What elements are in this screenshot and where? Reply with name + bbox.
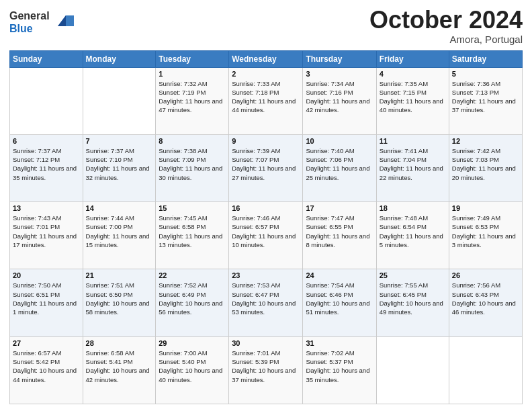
- day-info: Sunrise: 7:56 AMSunset: 6:43 PMDaylight:…: [452, 281, 519, 316]
- day-info: Sunrise: 7:02 AMSunset: 5:37 PMDaylight:…: [306, 349, 373, 384]
- day-number: 14: [86, 204, 153, 212]
- day-info: Sunrise: 7:32 AMSunset: 7:19 PMDaylight:…: [159, 79, 226, 115]
- day-number: 27: [13, 339, 80, 347]
- day-number: 28: [86, 339, 153, 347]
- day-info: Sunrise: 7:48 AMSunset: 6:54 PMDaylight:…: [380, 214, 446, 249]
- day-number: 12: [452, 137, 519, 145]
- day-number: 25: [380, 271, 446, 279]
- col-friday: Friday: [376, 50, 449, 67]
- day-info: Sunrise: 6:58 AMSunset: 5:41 PMDaylight:…: [86, 349, 153, 384]
- day-number: 6: [13, 137, 80, 145]
- day-info: Sunrise: 7:42 AMSunset: 7:03 PMDaylight:…: [452, 146, 519, 182]
- page: General Blue October 2024 Amora, Portuga…: [0, 0, 532, 411]
- day-number: 7: [86, 137, 153, 145]
- day-number: 18: [380, 204, 446, 212]
- calendar-cell: 30Sunrise: 7:01 AMSunset: 5:39 PMDayligh…: [229, 336, 303, 404]
- col-tuesday: Tuesday: [156, 50, 229, 67]
- calendar-cell: 8Sunrise: 7:38 AMSunset: 7:09 PMDaylight…: [156, 134, 229, 201]
- day-info: Sunrise: 7:01 AMSunset: 5:39 PMDaylight:…: [232, 349, 300, 384]
- day-info: Sunrise: 7:51 AMSunset: 6:50 PMDaylight:…: [86, 281, 153, 316]
- day-info: Sunrise: 7:43 AMSunset: 7:01 PMDaylight:…: [13, 214, 80, 249]
- calendar-cell: 18Sunrise: 7:48 AMSunset: 6:54 PMDayligh…: [376, 202, 449, 269]
- calendar-cell: 27Sunrise: 6:57 AMSunset: 5:42 PMDayligh…: [10, 336, 83, 404]
- col-thursday: Thursday: [303, 50, 376, 67]
- calendar-cell: 17Sunrise: 7:47 AMSunset: 6:55 PMDayligh…: [303, 202, 376, 269]
- calendar-table: Sunday Monday Tuesday Wednesday Thursday…: [9, 50, 523, 404]
- calendar-cell: 28Sunrise: 6:58 AMSunset: 5:41 PMDayligh…: [83, 336, 156, 404]
- day-number: 23: [232, 271, 300, 279]
- day-info: Sunrise: 7:39 AMSunset: 7:07 PMDaylight:…: [232, 146, 300, 182]
- day-number: 15: [159, 204, 226, 212]
- day-info: Sunrise: 7:49 AMSunset: 6:53 PMDaylight:…: [452, 214, 519, 249]
- calendar-week-3: 20Sunrise: 7:50 AMSunset: 6:51 PMDayligh…: [10, 269, 523, 336]
- weekday-row: Sunday Monday Tuesday Wednesday Thursday…: [10, 50, 523, 67]
- day-info: Sunrise: 7:46 AMSunset: 6:57 PMDaylight:…: [232, 214, 300, 249]
- title-block: October 2024 Amora, Portugal: [369, 7, 523, 45]
- calendar-cell: 7Sunrise: 7:37 AMSunset: 7:10 PMDaylight…: [83, 134, 156, 201]
- col-wednesday: Wednesday: [229, 50, 303, 67]
- location: Amora, Portugal: [369, 34, 523, 45]
- day-number: 9: [232, 137, 300, 145]
- day-number: 10: [306, 137, 373, 145]
- calendar-cell: 4Sunrise: 7:35 AMSunset: 7:15 PMDaylight…: [376, 67, 449, 134]
- day-number: 2: [232, 70, 300, 78]
- day-info: Sunrise: 7:53 AMSunset: 6:47 PMDaylight:…: [232, 281, 300, 316]
- calendar-cell: 19Sunrise: 7:49 AMSunset: 6:53 PMDayligh…: [449, 202, 522, 269]
- day-number: 16: [232, 204, 300, 212]
- calendar-cell: 1Sunrise: 7:32 AMSunset: 7:19 PMDaylight…: [156, 67, 229, 134]
- calendar-cell: 26Sunrise: 7:56 AMSunset: 6:43 PMDayligh…: [449, 269, 522, 336]
- day-number: 20: [13, 271, 80, 279]
- day-number: 1: [159, 70, 226, 78]
- calendar-cell: 23Sunrise: 7:53 AMSunset: 6:47 PMDayligh…: [229, 269, 303, 336]
- day-number: 21: [86, 271, 153, 279]
- calendar-cell: 9Sunrise: 7:39 AMSunset: 7:07 PMDaylight…: [229, 134, 303, 201]
- svg-marker-1: [58, 15, 66, 26]
- calendar-cell: 16Sunrise: 7:46 AMSunset: 6:57 PMDayligh…: [229, 202, 303, 269]
- calendar-cell: 6Sunrise: 7:37 AMSunset: 7:12 PMDaylight…: [10, 134, 83, 201]
- calendar-cell: 2Sunrise: 7:33 AMSunset: 7:18 PMDaylight…: [229, 67, 303, 134]
- calendar-cell: [83, 67, 156, 134]
- day-info: Sunrise: 7:45 AMSunset: 6:58 PMDaylight:…: [159, 214, 226, 249]
- day-info: Sunrise: 7:37 AMSunset: 7:12 PMDaylight:…: [13, 146, 80, 182]
- calendar-cell: [10, 67, 83, 134]
- day-number: 31: [306, 339, 373, 347]
- calendar-week-1: 6Sunrise: 7:37 AMSunset: 7:12 PMDaylight…: [10, 134, 523, 201]
- day-number: 30: [232, 339, 300, 347]
- calendar-week-0: 1Sunrise: 7:32 AMSunset: 7:19 PMDaylight…: [10, 67, 523, 134]
- day-number: 29: [159, 339, 226, 347]
- day-number: 19: [452, 204, 519, 212]
- calendar-cell: 29Sunrise: 7:00 AMSunset: 5:40 PMDayligh…: [156, 336, 229, 404]
- logo-icon: [52, 10, 74, 32]
- day-info: Sunrise: 7:00 AMSunset: 5:40 PMDaylight:…: [159, 349, 226, 384]
- day-number: 8: [159, 137, 226, 145]
- day-info: Sunrise: 7:36 AMSunset: 7:13 PMDaylight:…: [452, 79, 519, 115]
- calendar-cell: 15Sunrise: 7:45 AMSunset: 6:58 PMDayligh…: [156, 202, 229, 269]
- day-number: 4: [380, 70, 446, 78]
- calendar-cell: 14Sunrise: 7:44 AMSunset: 7:00 PMDayligh…: [83, 202, 156, 269]
- day-info: Sunrise: 7:40 AMSunset: 7:06 PMDaylight:…: [306, 146, 373, 182]
- calendar-cell: 20Sunrise: 7:50 AMSunset: 6:51 PMDayligh…: [10, 269, 83, 336]
- day-info: Sunrise: 7:37 AMSunset: 7:10 PMDaylight:…: [86, 146, 153, 182]
- calendar-cell: 10Sunrise: 7:40 AMSunset: 7:06 PMDayligh…: [303, 134, 376, 201]
- calendar-cell: [376, 336, 449, 404]
- calendar-cell: 22Sunrise: 7:52 AMSunset: 6:49 PMDayligh…: [156, 269, 229, 336]
- day-info: Sunrise: 7:54 AMSunset: 6:46 PMDaylight:…: [306, 281, 373, 316]
- day-info: Sunrise: 7:38 AMSunset: 7:09 PMDaylight:…: [159, 146, 226, 182]
- day-number: 24: [306, 271, 373, 279]
- day-number: 26: [452, 271, 519, 279]
- day-info: Sunrise: 7:33 AMSunset: 7:18 PMDaylight:…: [232, 79, 300, 115]
- calendar-week-4: 27Sunrise: 6:57 AMSunset: 5:42 PMDayligh…: [10, 336, 523, 404]
- logo: General Blue: [9, 9, 74, 35]
- calendar-cell: 11Sunrise: 7:41 AMSunset: 7:04 PMDayligh…: [376, 134, 449, 201]
- logo-blue: Blue: [9, 23, 33, 34]
- logo-general: General: [9, 10, 50, 21]
- day-info: Sunrise: 7:35 AMSunset: 7:15 PMDaylight:…: [380, 79, 446, 115]
- day-info: Sunrise: 7:52 AMSunset: 6:49 PMDaylight:…: [159, 281, 226, 316]
- day-info: Sunrise: 7:50 AMSunset: 6:51 PMDaylight:…: [13, 281, 80, 316]
- day-info: Sunrise: 7:41 AMSunset: 7:04 PMDaylight:…: [380, 146, 446, 182]
- calendar-cell: 5Sunrise: 7:36 AMSunset: 7:13 PMDaylight…: [449, 67, 522, 134]
- day-number: 17: [306, 204, 373, 212]
- calendar-cell: 21Sunrise: 7:51 AMSunset: 6:50 PMDayligh…: [83, 269, 156, 336]
- day-info: Sunrise: 6:57 AMSunset: 5:42 PMDaylight:…: [13, 349, 80, 384]
- month-title: October 2024: [369, 7, 523, 34]
